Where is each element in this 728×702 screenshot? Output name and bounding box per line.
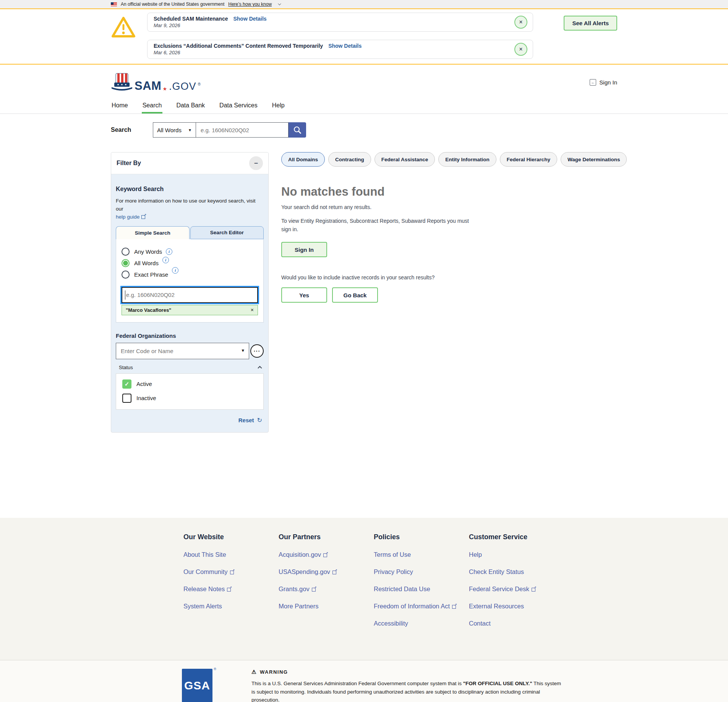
- search-icon: [293, 126, 302, 134]
- external-link-icon: [452, 604, 457, 609]
- footer-link-label: Contact: [469, 620, 491, 627]
- header-sign-in-link[interactable]: ← Sign In: [590, 79, 617, 86]
- footer-heading: Customer Service: [469, 533, 564, 541]
- tab-search-editor[interactable]: Search Editor: [190, 226, 264, 239]
- alerts-strip: Scheduled SAM Maintenance Show Details M…: [0, 9, 728, 65]
- search-button[interactable]: [289, 122, 306, 138]
- close-icon[interactable]: ×: [514, 43, 527, 56]
- domain-pill-contracting[interactable]: Contracting: [328, 152, 371, 167]
- footer-link-label: System Alerts: [183, 603, 222, 610]
- footer-link-help[interactable]: Help: [469, 551, 564, 558]
- radio-all-words-label: All Words: [134, 260, 159, 266]
- radio-exact-phrase[interactable]: [122, 271, 130, 279]
- footer-link-accessibility[interactable]: Accessibility: [374, 620, 469, 627]
- refresh-icon[interactable]: ↻: [257, 417, 262, 424]
- footer-heading: Our Partners: [279, 533, 374, 541]
- us-flag-icon: [111, 2, 117, 6]
- checkbox-unchecked-icon[interactable]: [122, 394, 131, 403]
- logo-registered-mark: ®: [198, 82, 201, 86]
- sign-in-required-text: To view Entity Registrations, Subcontrac…: [281, 217, 472, 233]
- footer-link-foia[interactable]: Freedom of Information Act: [374, 603, 469, 610]
- nav-item-data-services[interactable]: Data Services: [219, 100, 258, 113]
- federal-organizations-heading: Federal Organizations: [116, 332, 264, 339]
- status-inactive-label: Inactive: [136, 395, 156, 401]
- footer-link-federal-service-desk[interactable]: Federal Service Desk: [469, 585, 564, 593]
- footer-link-label: External Resources: [469, 603, 524, 610]
- domain-pill-federal-hierarchy[interactable]: Federal Hierarchy: [500, 152, 557, 167]
- footer-link-label: Restricted Data Use: [374, 585, 430, 593]
- footer-link-label: Privacy Policy: [374, 568, 413, 576]
- footer-link-label: Accessibility: [374, 620, 408, 627]
- logo-sam-text: SAM: [135, 80, 161, 92]
- footer-link-label: Federal Service Desk: [469, 585, 529, 593]
- how-you-know-link[interactable]: Here’s how you know: [228, 2, 272, 7]
- footer-link-contact[interactable]: Contact: [469, 620, 564, 627]
- footer-link-label: USASpending.gov: [279, 568, 330, 576]
- footer-link-check-entity-status[interactable]: Check Entity Status: [469, 568, 564, 576]
- footer-link-external-resources[interactable]: External Resources: [469, 603, 564, 610]
- global-search-input[interactable]: [196, 122, 289, 138]
- go-back-button[interactable]: Go Back: [332, 287, 378, 303]
- external-link-icon: [332, 570, 337, 574]
- footer-col-customer-service: Customer Service Help Check Entity Statu…: [469, 533, 564, 637]
- more-options-button[interactable]: ···: [250, 344, 264, 358]
- footer-link-privacy-policy[interactable]: Privacy Policy: [374, 568, 469, 576]
- footer-link-our-community[interactable]: Our Community: [183, 568, 279, 576]
- alert-show-details-link[interactable]: Show Details: [233, 16, 266, 22]
- alert-date: Mar 9, 2026: [154, 23, 506, 28]
- footer-link-acquisition-gov[interactable]: Acquisition.gov: [279, 551, 374, 558]
- federal-org-input[interactable]: [116, 343, 249, 359]
- see-all-alerts-button[interactable]: See All Alerts: [564, 16, 617, 31]
- keyword-input[interactable]: [122, 287, 258, 303]
- chevron-up-icon[interactable]: [258, 366, 262, 370]
- close-icon[interactable]: ×: [514, 16, 527, 29]
- info-icon[interactable]: i: [166, 248, 172, 255]
- status-option-inactive[interactable]: Inactive: [122, 394, 257, 403]
- checkbox-checked-icon[interactable]: ✓: [122, 379, 131, 389]
- help-guide-label: help guide: [116, 214, 139, 220]
- footer-link-grants-gov[interactable]: Grants.gov: [279, 585, 374, 593]
- footer-link-restricted-data-use[interactable]: Restricted Data Use: [374, 585, 469, 593]
- gsa-registered-mark: ®: [214, 667, 216, 671]
- alert-show-details-link[interactable]: Show Details: [328, 43, 362, 49]
- nav-item-search[interactable]: Search: [142, 100, 163, 113]
- remove-tag-icon[interactable]: ×: [251, 307, 254, 313]
- sign-in-button[interactable]: Sign In: [281, 242, 327, 257]
- domain-pill-entity-information[interactable]: Entity Information: [438, 152, 496, 167]
- search-mode-select[interactable]: All Words ▼: [153, 122, 196, 138]
- radio-any-words[interactable]: [122, 248, 130, 256]
- reset-link[interactable]: Reset: [238, 417, 254, 423]
- footer-link-label: Acquisition.gov: [279, 551, 321, 558]
- results-area: All Domains Contracting Federal Assistan…: [281, 152, 627, 303]
- footer-link-release-notes[interactable]: Release Notes: [183, 585, 279, 593]
- domain-pill-wage-determinations[interactable]: Wage Determinations: [561, 152, 627, 167]
- nav-item-home[interactable]: Home: [111, 100, 129, 113]
- uncle-sam-hat-icon: [111, 73, 133, 92]
- footer-link-usaspending-gov[interactable]: USASpending.gov: [279, 568, 374, 576]
- domain-pill-all-domains[interactable]: All Domains: [281, 152, 325, 167]
- yes-button[interactable]: Yes: [281, 287, 327, 303]
- footer-link-about-this-site[interactable]: About This Site: [183, 551, 279, 558]
- status-option-active[interactable]: ✓ Active: [122, 379, 257, 389]
- external-link-icon: [227, 587, 232, 592]
- info-icon[interactable]: i: [172, 267, 178, 274]
- domain-pill-federal-assistance[interactable]: Federal Assistance: [375, 152, 435, 167]
- info-icon[interactable]: i: [162, 257, 169, 263]
- footer-link-label: About This Site: [183, 551, 226, 558]
- help-guide-link[interactable]: help guide: [116, 214, 146, 220]
- collapse-filter-button[interactable]: −: [249, 156, 263, 170]
- footer-col-our-partners: Our Partners Acquisition.gov USASpending…: [279, 533, 374, 637]
- tab-simple-search[interactable]: Simple Search: [116, 226, 190, 239]
- warning-paragraph-1: This is a U.S. General Services Administ…: [251, 679, 563, 702]
- caret-down-icon: ▼: [188, 128, 192, 132]
- nav-item-help[interactable]: Help: [271, 100, 285, 113]
- radio-all-words[interactable]: [122, 259, 130, 267]
- footer-link-label: Freedom of Information Act: [374, 603, 450, 610]
- sam-gov-logo[interactable]: SAM★.GOV®: [111, 73, 201, 92]
- footer-link-terms-of-use[interactable]: Terms of Use: [374, 551, 469, 558]
- footer-link-system-alerts[interactable]: System Alerts: [183, 603, 279, 610]
- nav-item-data-bank[interactable]: Data Bank: [175, 100, 206, 113]
- footer-link-more-partners[interactable]: More Partners: [279, 603, 374, 610]
- site-header: SAM★.GOV® ← Sign In: [0, 65, 728, 100]
- text-cursor: [125, 290, 125, 300]
